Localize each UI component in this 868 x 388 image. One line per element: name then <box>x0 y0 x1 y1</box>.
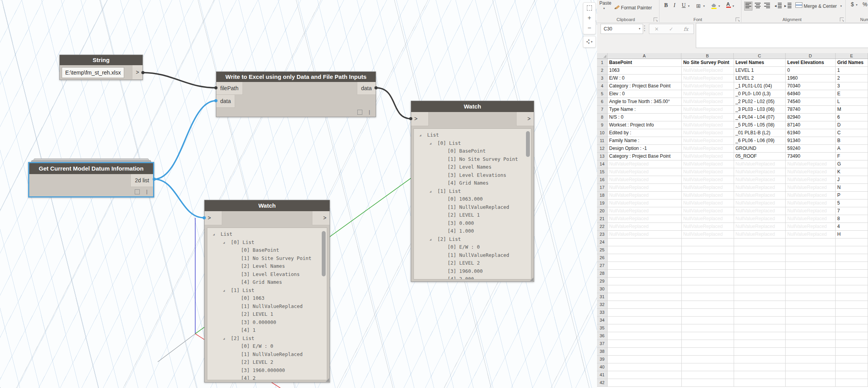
font-color-button[interactable]: A <box>726 1 731 8</box>
grid-cell[interactable]: NullValueReplaced <box>734 160 786 168</box>
grid-cell[interactable] <box>836 262 868 270</box>
grid-cell[interactable]: NullValueReplaced <box>608 168 682 176</box>
grid-cell[interactable] <box>786 348 836 356</box>
row-header[interactable]: 3 <box>597 75 608 82</box>
grid-cell[interactable] <box>734 356 786 363</box>
grid-cell[interactable]: _01 PLB1-B (L2) <box>734 129 786 137</box>
grid-cell[interactable] <box>734 262 786 270</box>
grid-cell[interactable]: 87140 <box>786 121 836 129</box>
grid-cell[interactable]: K <box>836 168 868 176</box>
grid-cell[interactable] <box>682 246 734 254</box>
grid-cell[interactable]: NullValueReplaced <box>786 176 836 184</box>
grid-cell[interactable]: C <box>836 129 868 137</box>
grid-cell[interactable]: 74540 <box>786 98 836 106</box>
grid-cell[interactable]: NullValueReplaced <box>682 75 734 82</box>
grid-cell[interactable]: NullValueReplaced <box>734 184 786 192</box>
watch-left-output-port[interactable]: > <box>312 211 330 225</box>
row-header[interactable]: 1 <box>597 59 608 67</box>
tree-expander-icon[interactable]: ◢ <box>430 236 431 244</box>
grid-cell[interactable]: NullValueReplaced <box>786 192 836 199</box>
grid-cell[interactable]: NullValueReplaced <box>786 184 836 192</box>
grid-cell[interactable] <box>682 285 734 293</box>
grid-cell[interactable]: Edited by : <box>608 129 682 137</box>
zoom-out-button[interactable]: − <box>583 23 595 33</box>
grid-cell[interactable]: Level Names <box>734 59 786 67</box>
tree-expander-icon[interactable]: ◢ <box>223 239 225 247</box>
row-header[interactable]: 5 <box>597 90 608 98</box>
grid-cell[interactable]: _6 PL06 - L06 (09) <box>734 137 786 145</box>
grid-cell[interactable]: _2 PL02 - L02 (05) <box>734 98 786 106</box>
grid-cell[interactable]: NullValueReplaced <box>734 215 786 223</box>
grid-cell[interactable] <box>836 363 868 371</box>
grid-cell[interactable] <box>734 293 786 301</box>
row-header[interactable]: 30 <box>597 285 608 293</box>
grid-cell[interactable]: BasePoint <box>608 59 682 67</box>
grid-cell[interactable]: NullValueReplaced <box>682 231 734 238</box>
grid-cell[interactable] <box>682 309 734 317</box>
grid-cell[interactable] <box>682 348 734 356</box>
grid-cell[interactable] <box>682 340 734 348</box>
string-value-input[interactable]: E:\temp\fm_st_reh.xlsx <box>62 67 124 78</box>
grid-cell[interactable] <box>836 293 868 301</box>
tree-expander-icon[interactable]: ◢ <box>223 335 225 343</box>
grid-cell[interactable] <box>836 238 868 246</box>
grid-cell[interactable] <box>734 348 786 356</box>
grid-cell[interactable] <box>836 317 868 324</box>
grid-cell[interactable]: NullValueReplaced <box>682 215 734 223</box>
grid-cell[interactable]: NullValueReplaced <box>786 231 836 238</box>
grid-cell[interactable]: 61940 <box>786 129 836 137</box>
grid-cell[interactable]: NullValueReplaced <box>734 176 786 184</box>
tree-expander-icon[interactable]: ◢ <box>213 231 215 239</box>
watch-right-output-port[interactable]: > <box>516 112 534 126</box>
grid-cell[interactable] <box>786 238 836 246</box>
grid-cell[interactable]: Grid Names <box>836 59 868 67</box>
grid-cell[interactable]: NullValueReplaced <box>682 192 734 199</box>
grid-cell[interactable]: H <box>836 231 868 238</box>
grid-cell[interactable] <box>608 293 682 301</box>
grid-cell[interactable]: E/W : 0 <box>608 75 682 82</box>
select-all-corner[interactable] <box>597 53 608 59</box>
row-header[interactable]: 11 <box>597 137 608 145</box>
grid-cell[interactable] <box>608 363 682 371</box>
grid-cell[interactable]: 2 <box>836 75 868 82</box>
node-datum-title[interactable]: Get Current Model Datum Information <box>29 163 153 174</box>
tree-expander-icon[interactable]: ◢ <box>223 287 225 295</box>
grid-cell[interactable]: 0 <box>786 67 836 75</box>
resize-grip[interactable] <box>326 378 329 382</box>
row-header[interactable]: 16 <box>597 176 608 184</box>
borders-dropdown-icon[interactable]: ▾ <box>703 4 705 8</box>
grid-cell[interactable]: J <box>836 176 868 184</box>
grid-cell[interactable]: 6 <box>836 114 868 121</box>
grid-cell[interactable]: Workset : Project Info <box>608 121 682 129</box>
row-header[interactable]: 38 <box>597 348 608 356</box>
grid-cell[interactable] <box>836 278 868 285</box>
row-header[interactable]: 20 <box>597 207 608 215</box>
grid-cell[interactable]: NullValueReplaced <box>682 121 734 129</box>
paste-dropdown-icon[interactable]: ▾ <box>603 7 605 10</box>
grid-cell[interactable] <box>608 278 682 285</box>
grid-cell[interactable] <box>608 301 682 309</box>
increase-indent-button[interactable]: ▸ <box>784 3 791 9</box>
grid-cell[interactable]: NullValueReplaced <box>608 184 682 192</box>
grid-cell[interactable]: NullValueReplaced <box>608 160 682 168</box>
grid-cell[interactable] <box>786 278 836 285</box>
grid-cell[interactable]: No Site Survey Point <box>682 59 734 67</box>
grid-cell[interactable] <box>836 356 868 363</box>
grid-cell[interactable]: NullValueReplaced <box>682 67 734 75</box>
row-header[interactable]: 7 <box>597 106 608 114</box>
grid-cell[interactable]: 4 <box>836 223 868 231</box>
string-output-port[interactable]: > <box>132 65 143 79</box>
grid-cell[interactable]: Category : Project Base Point <box>608 82 682 90</box>
grid-cell[interactable]: NullValueReplaced <box>682 153 734 160</box>
grid-cell[interactable]: 1063 <box>608 67 682 75</box>
grid-cell[interactable] <box>836 301 868 309</box>
grid-cell[interactable] <box>682 371 734 379</box>
grid-cell[interactable]: NullValueReplaced <box>608 231 682 238</box>
grid-cell[interactable]: NullValueReplaced <box>682 129 734 137</box>
row-header[interactable]: 37 <box>597 340 608 348</box>
grid-cell[interactable]: NullValueReplaced <box>682 106 734 114</box>
grid-cell[interactable] <box>608 285 682 293</box>
grid-cell[interactable] <box>608 348 682 356</box>
grid-cell[interactable] <box>682 356 734 363</box>
output-port-2d-list[interactable]: 2d list <box>130 174 153 187</box>
